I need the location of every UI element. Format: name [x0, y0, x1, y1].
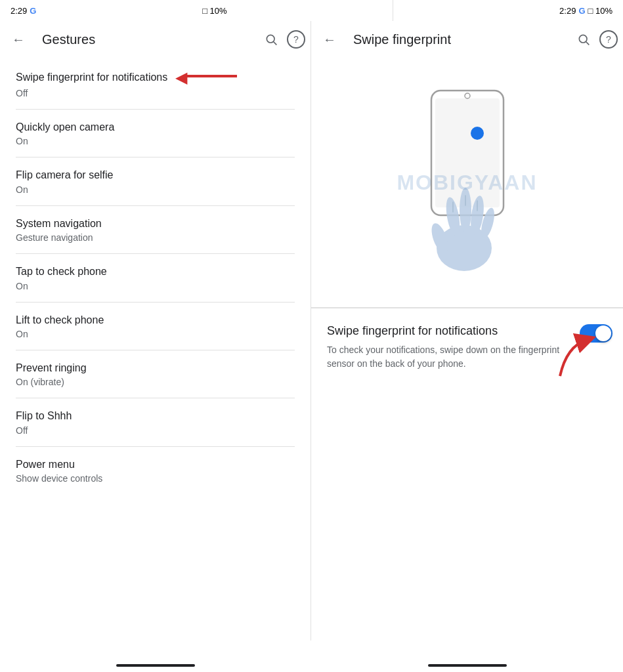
setting-subtitle-6: On (vibrate) — [16, 377, 295, 387]
right-panel: ← Swipe fingerprint ? — [311, 21, 623, 640]
svg-point-0 — [267, 35, 274, 43]
battery-middle: □ 10% — [202, 6, 226, 16]
setting-title-0: Swipe fingerprint for notifications — [16, 70, 167, 85]
setting-quick-camera[interactable]: Quickly open camera On — [0, 110, 311, 157]
setting-swipe-fingerprint[interactable]: Swipe fingerprint for notifications ◀ Of… — [0, 58, 311, 109]
right-help-button[interactable]: ? — [599, 30, 618, 49]
status-middle: □ 10% — [202, 6, 226, 16]
setting-title-4: Tap to check phone — [16, 264, 295, 279]
status-right: 2:29 G □ 10% — [559, 6, 612, 16]
svg-point-6 — [465, 93, 470, 98]
right-back-button[interactable]: ← — [316, 26, 343, 52]
swipe-fingerprint-toggle[interactable] — [580, 324, 612, 343]
setting-power-menu[interactable]: Power menu Show device controls — [0, 447, 311, 494]
info-section: Swipe fingerprint for notifications To c… — [311, 308, 623, 387]
battery-right: □ 10% — [588, 6, 612, 16]
right-title: Swipe fingerprint — [353, 32, 570, 47]
setting-subtitle-1: On — [16, 136, 295, 146]
bottom-bar-line-left — [116, 664, 195, 667]
setting-subtitle-8: Show device controls — [16, 473, 295, 484]
right-app-bar: ← Swipe fingerprint ? — [311, 21, 623, 58]
time-left: 2:29 — [11, 6, 27, 16]
setting-prevent-ringing[interactable]: Prevent ringing On (vibrate) — [0, 350, 311, 398]
setting-title-row: Swipe fingerprint for notifications ◀ — [16, 68, 295, 87]
red-arrow-icon: ◀ — [175, 68, 187, 87]
setting-flip-shhh[interactable]: Flip to Shhh Off — [0, 398, 311, 446]
left-search-button[interactable] — [258, 26, 284, 52]
setting-subtitle-4: On — [16, 281, 295, 291]
svg-point-2 — [579, 35, 587, 43]
svg-point-11 — [460, 188, 471, 232]
setting-subtitle-7: Off — [16, 425, 295, 436]
setting-lift-check[interactable]: Lift to check phone On — [0, 303, 311, 350]
info-description: To check your notifications, swipe down … — [327, 343, 607, 371]
info-title: Swipe fingerprint for notifications — [327, 324, 607, 338]
setting-title-7: Flip to Shhh — [16, 409, 295, 423]
svg-point-7 — [471, 127, 484, 140]
left-help-button[interactable]: ? — [287, 30, 305, 49]
status-left: 2:29 G — [11, 6, 36, 16]
settings-list: Swipe fingerprint for notifications ◀ Of… — [0, 58, 311, 640]
setting-title-5: Lift to check phone — [16, 313, 295, 327]
setting-subtitle-0: Off — [16, 88, 295, 98]
setting-title-1: Quickly open camera — [16, 120, 295, 135]
left-app-bar: ← Gestures ? — [0, 21, 311, 58]
left-panel: ← Gestures ? Swipe fingerprint for notif… — [0, 21, 311, 640]
toggle-knob — [595, 326, 611, 341]
status-divider — [393, 0, 393, 21]
bottom-bar-line-right — [428, 664, 507, 667]
illustration-area: MOBIGYAAN — [311, 58, 623, 307]
left-back-button[interactable]: ← — [5, 26, 32, 52]
time-right: 2:29 — [559, 6, 576, 16]
setting-flip-camera[interactable]: Flip camera for selfie On — [0, 158, 311, 205]
setting-system-nav[interactable]: System navigation Gesture navigation — [0, 206, 311, 253]
google-icon-left: G — [30, 6, 36, 16]
google-icon-right: G — [578, 6, 585, 16]
svg-line-1 — [274, 42, 277, 45]
main-content: ← Gestures ? Swipe fingerprint for notif… — [0, 21, 623, 640]
setting-title-3: System navigation — [16, 217, 295, 231]
setting-title-6: Prevent ringing — [16, 361, 295, 375]
bottom-bar — [0, 640, 623, 672]
toggle-container — [580, 324, 612, 343]
setting-subtitle-3: Gesture navigation — [16, 232, 295, 243]
setting-subtitle-2: On — [16, 184, 295, 195]
setting-title-8: Power menu — [16, 457, 295, 472]
phone-illustration — [412, 84, 523, 281]
setting-tap-check[interactable]: Tap to check phone On — [0, 254, 311, 301]
setting-subtitle-5: On — [16, 329, 295, 339]
setting-title-2: Flip camera for selfie — [16, 168, 295, 182]
status-bar: 2:29 G □ 10% 2:29 G □ 10% — [0, 0, 623, 21]
svg-line-3 — [586, 42, 590, 45]
right-search-button[interactable] — [570, 26, 597, 52]
left-title: Gestures — [42, 32, 258, 47]
